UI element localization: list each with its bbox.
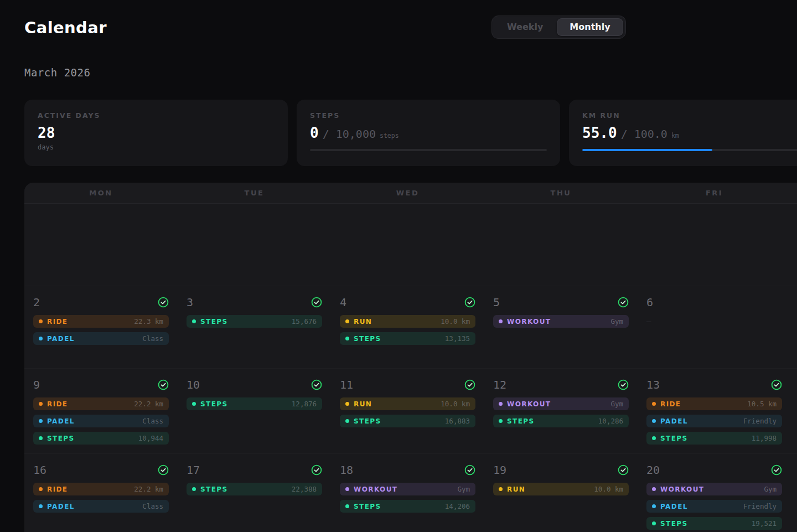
check-circle-icon [158, 297, 169, 308]
day-cell[interactable]: 4 RUN 10.0 km STEPS 13,135 [331, 286, 484, 368]
event-chip-steps[interactable]: STEPS 11,998 [646, 432, 782, 445]
stat-card: STEPS 0 / 10,000 steps [297, 100, 560, 166]
day-cell[interactable]: 19 RUN 10.0 km [484, 454, 638, 532]
event-label: RUN [507, 485, 525, 493]
event-chip-run[interactable]: RUN 10.0 km [493, 483, 629, 495]
event-chip-steps[interactable]: STEPS 10,944 [33, 432, 169, 445]
day-cell[interactable]: 16 RIDE 22.2 km PADEL Class [24, 454, 178, 532]
day-cell [178, 204, 331, 286]
day-cell[interactable]: 9 RIDE 22.2 km PADEL Class STEPS 10,944 [24, 369, 178, 453]
event-label: RIDE [660, 400, 681, 408]
event-chip-steps[interactable]: STEPS 10,286 [493, 415, 629, 427]
check-circle-icon [311, 464, 322, 476]
event-chip-ride[interactable]: RIDE 22.2 km [33, 397, 169, 410]
event-chip-list: RIDE 10.5 km PADEL Friendly STEPS 11,998 [646, 397, 782, 445]
day-cell[interactable]: 20 WORKOUT Gym PADEL Friendly STEPS 19,5… [638, 454, 791, 532]
event-value: 14,206 [445, 502, 470, 510]
day-cell[interactable]: 18 WORKOUT Gym STEPS 14,206 [331, 454, 484, 532]
day-cell[interactable]: 12 WORKOUT Gym STEPS 10,286 [484, 369, 638, 453]
check-circle-icon [618, 379, 629, 390]
event-chip-steps[interactable]: STEPS 13,135 [340, 332, 475, 345]
event-dot-icon [39, 319, 43, 323]
event-chip-steps[interactable]: STEPS 12,876 [187, 397, 322, 410]
event-label: RUN [354, 400, 372, 408]
event-chip-steps[interactable]: STEPS 14,206 [340, 500, 475, 513]
event-chip-steps[interactable]: STEPS 22,388 [187, 483, 322, 495]
event-label: STEPS [354, 417, 381, 425]
day-cell [484, 204, 638, 286]
event-value: 22.3 km [134, 317, 163, 326]
event-chip-ride[interactable]: RIDE 10.5 km [646, 397, 782, 410]
event-dot-icon [652, 402, 656, 406]
day-cell[interactable]: 17 STEPS 22,388 [178, 454, 331, 532]
event-value: 11,998 [752, 434, 777, 442]
day-cell [331, 204, 484, 286]
check-circle-icon [464, 297, 475, 308]
week-row: 16 RIDE 22.2 km PADEL Class 17 STEPS 22,… [24, 454, 797, 532]
event-chip-workout[interactable]: WORKOUT Gym [340, 483, 475, 495]
day-number: 12 [493, 378, 506, 391]
day-number: 2 [33, 296, 40, 309]
event-chip-run[interactable]: RUN 10.0 km [340, 315, 475, 328]
day-cell[interactable]: 3 STEPS 15,676 [178, 286, 331, 368]
event-chip-ride[interactable]: RIDE 22.2 km [33, 483, 169, 495]
event-dot-icon [652, 487, 656, 491]
event-value: 10.5 km [747, 400, 777, 408]
stat-target: / 100.0 [621, 127, 667, 141]
stat-card: ACTIVE DAYS 28 days [24, 100, 288, 166]
day-number: 11 [340, 378, 353, 391]
day-cell [791, 369, 797, 453]
event-chip-padel[interactable]: PADEL Friendly [646, 500, 782, 513]
day-number: 5 [493, 296, 500, 309]
event-chip-steps[interactable]: STEPS 19,521 [646, 517, 782, 530]
event-chip-padel[interactable]: PADEL Class [33, 332, 169, 345]
day-cell[interactable]: 13 RIDE 10.5 km PADEL Friendly STEPS 11,… [638, 369, 791, 453]
day-number: 13 [646, 378, 660, 391]
event-dot-icon [345, 319, 349, 323]
event-value: 22.2 km [134, 400, 163, 408]
view-toggle[interactable]: Weekly Monthly [491, 16, 626, 39]
event-dot-icon [39, 419, 43, 423]
event-label: WORKOUT [507, 400, 551, 408]
stat-progress-track [582, 149, 797, 151]
event-label: STEPS [200, 400, 227, 408]
event-chip-list: WORKOUT Gym STEPS 14,206 [340, 483, 475, 513]
event-value: Gym [764, 485, 777, 493]
event-chip-run[interactable]: RUN 10.0 km [340, 397, 475, 410]
event-chip-list: WORKOUT Gym STEPS 10,286 [493, 397, 629, 427]
event-value: Gym [610, 317, 623, 326]
event-chip-padel[interactable]: PADEL Class [33, 500, 169, 513]
event-chip-ride[interactable]: RIDE 22.3 km [33, 315, 169, 328]
event-chip-steps[interactable]: STEPS 15,676 [187, 315, 322, 328]
week-row: 9 RIDE 22.2 km PADEL Class STEPS 10,944 … [24, 369, 797, 454]
app-header: Calendar Weekly Monthly [24, 16, 797, 40]
event-chip-padel[interactable]: PADEL Class [33, 415, 169, 427]
check-circle-icon [464, 379, 475, 390]
event-chip-steps[interactable]: STEPS 16,883 [340, 415, 475, 427]
event-chip-padel[interactable]: PADEL Friendly [646, 415, 782, 427]
day-cell[interactable]: 2 RIDE 22.3 km PADEL Class [24, 286, 178, 368]
event-dot-icon [499, 419, 503, 423]
day-cell[interactable]: 10 STEPS 12,876 [178, 369, 331, 453]
day-cell[interactable]: 11 RUN 10.0 km STEPS 16,883 [331, 369, 484, 453]
event-chip-workout[interactable]: WORKOUT Gym [646, 483, 782, 495]
day-cell[interactable]: 5 WORKOUT Gym [484, 286, 638, 368]
page-title: Calendar [24, 16, 797, 40]
event-label: RIDE [47, 485, 68, 493]
day-number: 19 [493, 463, 506, 477]
check-circle-icon [618, 297, 629, 308]
check-circle-icon [158, 379, 169, 390]
day-number: 10 [187, 378, 200, 391]
toggle-weekly-button[interactable]: Weekly [494, 18, 556, 36]
event-value: Gym [457, 485, 470, 493]
event-chip-workout[interactable]: WORKOUT Gym [493, 397, 629, 410]
stat-label: ACTIVE DAYS [38, 111, 275, 120]
day-cell [791, 204, 797, 286]
event-dot-icon [499, 319, 503, 323]
event-chip-list: RUN 10.0 km STEPS 13,135 [340, 315, 475, 345]
event-label: PADEL [660, 503, 688, 510]
toggle-monthly-button[interactable]: Monthly [557, 18, 623, 36]
check-circle-icon [618, 464, 629, 476]
event-chip-workout[interactable]: WORKOUT Gym [493, 315, 629, 328]
day-cell[interactable]: 6 — [638, 286, 791, 368]
